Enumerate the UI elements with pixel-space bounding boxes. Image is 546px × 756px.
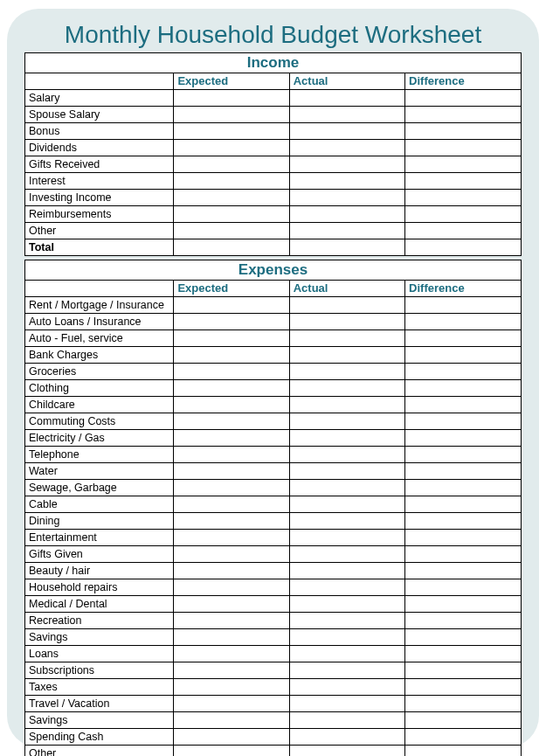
income-cell[interactable] xyxy=(405,223,522,239)
expenses-cell[interactable] xyxy=(289,530,404,546)
expenses-cell[interactable] xyxy=(405,613,522,629)
expenses-cell[interactable] xyxy=(289,613,404,629)
expenses-cell[interactable] xyxy=(174,496,289,513)
income-cell[interactable] xyxy=(174,140,289,156)
income-cell[interactable] xyxy=(405,123,522,140)
expenses-cell[interactable] xyxy=(405,330,522,347)
expenses-cell[interactable] xyxy=(289,314,404,330)
income-cell[interactable] xyxy=(289,107,404,123)
expenses-cell[interactable] xyxy=(174,613,289,629)
expenses-cell[interactable] xyxy=(405,579,522,596)
expenses-cell[interactable] xyxy=(289,596,404,613)
expenses-cell[interactable] xyxy=(405,430,522,447)
expenses-cell[interactable] xyxy=(174,447,289,463)
expenses-cell[interactable] xyxy=(289,646,404,662)
expenses-cell[interactable] xyxy=(289,380,404,397)
expenses-cell[interactable] xyxy=(405,380,522,397)
expenses-cell[interactable] xyxy=(174,513,289,530)
expenses-cell[interactable] xyxy=(174,712,289,729)
expenses-cell[interactable] xyxy=(174,397,289,413)
expenses-cell[interactable] xyxy=(289,397,404,413)
expenses-cell[interactable] xyxy=(174,662,289,679)
expenses-cell[interactable] xyxy=(174,330,289,347)
income-cell[interactable] xyxy=(405,156,522,173)
expenses-cell[interactable] xyxy=(174,563,289,579)
expenses-cell[interactable] xyxy=(174,430,289,447)
income-cell[interactable] xyxy=(289,173,404,190)
income-cell[interactable] xyxy=(174,107,289,123)
expenses-cell[interactable] xyxy=(405,546,522,563)
income-cell[interactable] xyxy=(405,140,522,156)
income-cell[interactable] xyxy=(289,123,404,140)
expenses-cell[interactable] xyxy=(289,496,404,513)
expenses-cell[interactable] xyxy=(405,347,522,364)
expenses-cell[interactable] xyxy=(174,463,289,480)
expenses-cell[interactable] xyxy=(405,662,522,679)
income-cell[interactable] xyxy=(405,206,522,223)
expenses-cell[interactable] xyxy=(289,746,404,757)
expenses-cell[interactable] xyxy=(289,729,404,746)
expenses-cell[interactable] xyxy=(174,729,289,746)
expenses-cell[interactable] xyxy=(405,413,522,430)
income-cell[interactable] xyxy=(174,156,289,173)
expenses-cell[interactable] xyxy=(174,546,289,563)
expenses-cell[interactable] xyxy=(289,430,404,447)
expenses-cell[interactable] xyxy=(405,496,522,513)
expenses-cell[interactable] xyxy=(174,364,289,380)
income-cell[interactable] xyxy=(405,190,522,206)
expenses-cell[interactable] xyxy=(405,463,522,480)
expenses-cell[interactable] xyxy=(289,364,404,380)
expenses-cell[interactable] xyxy=(405,530,522,546)
expenses-cell[interactable] xyxy=(289,330,404,347)
income-cell[interactable] xyxy=(174,173,289,190)
expenses-cell[interactable] xyxy=(405,480,522,496)
expenses-cell[interactable] xyxy=(174,347,289,364)
expenses-cell[interactable] xyxy=(405,364,522,380)
expenses-cell[interactable] xyxy=(174,629,289,646)
income-cell[interactable] xyxy=(174,90,289,107)
income-cell[interactable] xyxy=(289,223,404,239)
expenses-cell[interactable] xyxy=(289,662,404,679)
expenses-cell[interactable] xyxy=(405,696,522,712)
income-cell[interactable] xyxy=(289,140,404,156)
expenses-cell[interactable] xyxy=(405,746,522,757)
expenses-cell[interactable] xyxy=(405,596,522,613)
income-cell[interactable] xyxy=(289,156,404,173)
expenses-cell[interactable] xyxy=(405,563,522,579)
expenses-cell[interactable] xyxy=(405,679,522,696)
income-cell[interactable] xyxy=(174,206,289,223)
expenses-cell[interactable] xyxy=(174,579,289,596)
expenses-cell[interactable] xyxy=(289,447,404,463)
expenses-cell[interactable] xyxy=(289,297,404,314)
income-cell[interactable] xyxy=(174,190,289,206)
expenses-cell[interactable] xyxy=(174,596,289,613)
expenses-cell[interactable] xyxy=(405,729,522,746)
expenses-cell[interactable] xyxy=(405,297,522,314)
income-cell[interactable] xyxy=(405,173,522,190)
expenses-cell[interactable] xyxy=(289,563,404,579)
expenses-cell[interactable] xyxy=(289,413,404,430)
expenses-cell[interactable] xyxy=(405,397,522,413)
expenses-cell[interactable] xyxy=(289,629,404,646)
expenses-cell[interactable] xyxy=(289,463,404,480)
expenses-cell[interactable] xyxy=(405,712,522,729)
expenses-cell[interactable] xyxy=(174,297,289,314)
expenses-cell[interactable] xyxy=(405,314,522,330)
income-cell[interactable] xyxy=(174,223,289,239)
income-cell[interactable] xyxy=(405,90,522,107)
expenses-cell[interactable] xyxy=(174,746,289,757)
income-cell[interactable] xyxy=(289,190,404,206)
expenses-cell[interactable] xyxy=(174,530,289,546)
income-cell[interactable] xyxy=(289,90,404,107)
expenses-cell[interactable] xyxy=(289,513,404,530)
expenses-cell[interactable] xyxy=(289,546,404,563)
expenses-cell[interactable] xyxy=(174,314,289,330)
expenses-cell[interactable] xyxy=(174,480,289,496)
expenses-cell[interactable] xyxy=(174,679,289,696)
expenses-cell[interactable] xyxy=(289,712,404,729)
expenses-cell[interactable] xyxy=(174,380,289,397)
expenses-cell[interactable] xyxy=(289,696,404,712)
income-cell[interactable] xyxy=(289,206,404,223)
expenses-cell[interactable] xyxy=(405,646,522,662)
expenses-cell[interactable] xyxy=(289,679,404,696)
